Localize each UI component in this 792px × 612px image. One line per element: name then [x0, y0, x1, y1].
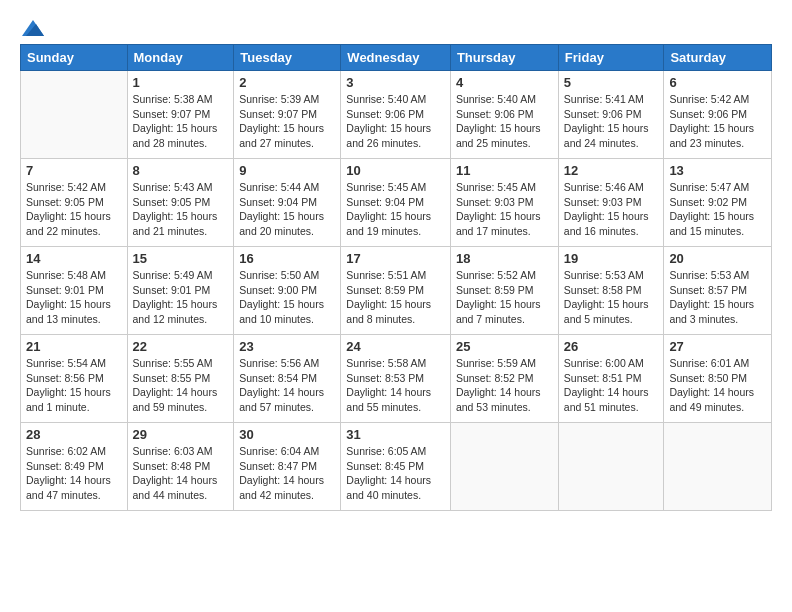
- day-info: Sunrise: 5:58 AMSunset: 8:53 PMDaylight:…: [346, 356, 445, 415]
- calendar-cell-2-6: 12Sunrise: 5:46 AMSunset: 9:03 PMDayligh…: [558, 159, 664, 247]
- calendar-cell-2-5: 11Sunrise: 5:45 AMSunset: 9:03 PMDayligh…: [450, 159, 558, 247]
- day-info: Sunrise: 5:59 AMSunset: 8:52 PMDaylight:…: [456, 356, 553, 415]
- calendar-cell-4-4: 24Sunrise: 5:58 AMSunset: 8:53 PMDayligh…: [341, 335, 451, 423]
- calendar-week-row-3: 14Sunrise: 5:48 AMSunset: 9:01 PMDayligh…: [21, 247, 772, 335]
- calendar-cell-1-6: 5Sunrise: 5:41 AMSunset: 9:06 PMDaylight…: [558, 71, 664, 159]
- calendar-cell-4-7: 27Sunrise: 6:01 AMSunset: 8:50 PMDayligh…: [664, 335, 772, 423]
- calendar-cell-3-3: 16Sunrise: 5:50 AMSunset: 9:00 PMDayligh…: [234, 247, 341, 335]
- calendar-cell-2-1: 7Sunrise: 5:42 AMSunset: 9:05 PMDaylight…: [21, 159, 128, 247]
- day-number: 6: [669, 75, 766, 90]
- calendar-table: SundayMondayTuesdayWednesdayThursdayFrid…: [20, 44, 772, 511]
- calendar-header-sunday: Sunday: [21, 45, 128, 71]
- calendar-cell-5-3: 30Sunrise: 6:04 AMSunset: 8:47 PMDayligh…: [234, 423, 341, 511]
- day-info: Sunrise: 5:42 AMSunset: 9:06 PMDaylight:…: [669, 92, 766, 151]
- day-number: 30: [239, 427, 335, 442]
- calendar-cell-2-2: 8Sunrise: 5:43 AMSunset: 9:05 PMDaylight…: [127, 159, 234, 247]
- day-number: 1: [133, 75, 229, 90]
- day-info: Sunrise: 5:55 AMSunset: 8:55 PMDaylight:…: [133, 356, 229, 415]
- day-number: 26: [564, 339, 659, 354]
- day-info: Sunrise: 5:46 AMSunset: 9:03 PMDaylight:…: [564, 180, 659, 239]
- day-info: Sunrise: 5:48 AMSunset: 9:01 PMDaylight:…: [26, 268, 122, 327]
- calendar-cell-5-6: [558, 423, 664, 511]
- day-number: 10: [346, 163, 445, 178]
- calendar-cell-3-6: 19Sunrise: 5:53 AMSunset: 8:58 PMDayligh…: [558, 247, 664, 335]
- calendar-header-wednesday: Wednesday: [341, 45, 451, 71]
- calendar-cell-1-1: [21, 71, 128, 159]
- calendar-week-row-1: 1Sunrise: 5:38 AMSunset: 9:07 PMDaylight…: [21, 71, 772, 159]
- logo-icon: [22, 20, 44, 36]
- calendar-header-friday: Friday: [558, 45, 664, 71]
- day-number: 4: [456, 75, 553, 90]
- day-number: 24: [346, 339, 445, 354]
- day-number: 3: [346, 75, 445, 90]
- calendar-cell-4-2: 22Sunrise: 5:55 AMSunset: 8:55 PMDayligh…: [127, 335, 234, 423]
- day-info: Sunrise: 5:52 AMSunset: 8:59 PMDaylight:…: [456, 268, 553, 327]
- day-number: 20: [669, 251, 766, 266]
- calendar-cell-2-3: 9Sunrise: 5:44 AMSunset: 9:04 PMDaylight…: [234, 159, 341, 247]
- day-info: Sunrise: 5:41 AMSunset: 9:06 PMDaylight:…: [564, 92, 659, 151]
- day-number: 25: [456, 339, 553, 354]
- calendar-week-row-4: 21Sunrise: 5:54 AMSunset: 8:56 PMDayligh…: [21, 335, 772, 423]
- day-number: 5: [564, 75, 659, 90]
- calendar-header-monday: Monday: [127, 45, 234, 71]
- calendar-cell-5-4: 31Sunrise: 6:05 AMSunset: 8:45 PMDayligh…: [341, 423, 451, 511]
- day-info: Sunrise: 6:00 AMSunset: 8:51 PMDaylight:…: [564, 356, 659, 415]
- calendar-cell-5-1: 28Sunrise: 6:02 AMSunset: 8:49 PMDayligh…: [21, 423, 128, 511]
- day-number: 11: [456, 163, 553, 178]
- day-number: 15: [133, 251, 229, 266]
- day-info: Sunrise: 5:38 AMSunset: 9:07 PMDaylight:…: [133, 92, 229, 151]
- day-number: 27: [669, 339, 766, 354]
- day-info: Sunrise: 5:43 AMSunset: 9:05 PMDaylight:…: [133, 180, 229, 239]
- day-number: 21: [26, 339, 122, 354]
- day-number: 29: [133, 427, 229, 442]
- calendar-week-row-5: 28Sunrise: 6:02 AMSunset: 8:49 PMDayligh…: [21, 423, 772, 511]
- day-info: Sunrise: 6:03 AMSunset: 8:48 PMDaylight:…: [133, 444, 229, 503]
- page: SundayMondayTuesdayWednesdayThursdayFrid…: [0, 0, 792, 527]
- day-number: 31: [346, 427, 445, 442]
- day-number: 16: [239, 251, 335, 266]
- day-number: 19: [564, 251, 659, 266]
- calendar-cell-4-1: 21Sunrise: 5:54 AMSunset: 8:56 PMDayligh…: [21, 335, 128, 423]
- logo: [20, 20, 44, 36]
- calendar-week-row-2: 7Sunrise: 5:42 AMSunset: 9:05 PMDaylight…: [21, 159, 772, 247]
- day-info: Sunrise: 5:56 AMSunset: 8:54 PMDaylight:…: [239, 356, 335, 415]
- day-info: Sunrise: 6:01 AMSunset: 8:50 PMDaylight:…: [669, 356, 766, 415]
- calendar-cell-3-5: 18Sunrise: 5:52 AMSunset: 8:59 PMDayligh…: [450, 247, 558, 335]
- day-info: Sunrise: 5:39 AMSunset: 9:07 PMDaylight:…: [239, 92, 335, 151]
- day-info: Sunrise: 5:53 AMSunset: 8:57 PMDaylight:…: [669, 268, 766, 327]
- day-info: Sunrise: 6:05 AMSunset: 8:45 PMDaylight:…: [346, 444, 445, 503]
- calendar-cell-4-5: 25Sunrise: 5:59 AMSunset: 8:52 PMDayligh…: [450, 335, 558, 423]
- calendar-cell-3-2: 15Sunrise: 5:49 AMSunset: 9:01 PMDayligh…: [127, 247, 234, 335]
- day-number: 14: [26, 251, 122, 266]
- calendar-cell-2-7: 13Sunrise: 5:47 AMSunset: 9:02 PMDayligh…: [664, 159, 772, 247]
- calendar-cell-3-4: 17Sunrise: 5:51 AMSunset: 8:59 PMDayligh…: [341, 247, 451, 335]
- day-number: 23: [239, 339, 335, 354]
- calendar-cell-1-2: 1Sunrise: 5:38 AMSunset: 9:07 PMDaylight…: [127, 71, 234, 159]
- calendar-header-thursday: Thursday: [450, 45, 558, 71]
- day-number: 9: [239, 163, 335, 178]
- calendar-cell-4-6: 26Sunrise: 6:00 AMSunset: 8:51 PMDayligh…: [558, 335, 664, 423]
- day-number: 8: [133, 163, 229, 178]
- day-number: 18: [456, 251, 553, 266]
- day-info: Sunrise: 5:40 AMSunset: 9:06 PMDaylight:…: [346, 92, 445, 151]
- calendar-cell-1-4: 3Sunrise: 5:40 AMSunset: 9:06 PMDaylight…: [341, 71, 451, 159]
- day-number: 22: [133, 339, 229, 354]
- calendar-cell-3-7: 20Sunrise: 5:53 AMSunset: 8:57 PMDayligh…: [664, 247, 772, 335]
- header: [20, 16, 772, 36]
- day-number: 7: [26, 163, 122, 178]
- day-info: Sunrise: 5:42 AMSunset: 9:05 PMDaylight:…: [26, 180, 122, 239]
- day-info: Sunrise: 5:50 AMSunset: 9:00 PMDaylight:…: [239, 268, 335, 327]
- calendar-cell-1-3: 2Sunrise: 5:39 AMSunset: 9:07 PMDaylight…: [234, 71, 341, 159]
- day-info: Sunrise: 5:45 AMSunset: 9:04 PMDaylight:…: [346, 180, 445, 239]
- calendar-cell-2-4: 10Sunrise: 5:45 AMSunset: 9:04 PMDayligh…: [341, 159, 451, 247]
- day-number: 2: [239, 75, 335, 90]
- day-info: Sunrise: 5:51 AMSunset: 8:59 PMDaylight:…: [346, 268, 445, 327]
- calendar-cell-4-3: 23Sunrise: 5:56 AMSunset: 8:54 PMDayligh…: [234, 335, 341, 423]
- day-info: Sunrise: 6:04 AMSunset: 8:47 PMDaylight:…: [239, 444, 335, 503]
- calendar-cell-5-7: [664, 423, 772, 511]
- calendar-cell-5-2: 29Sunrise: 6:03 AMSunset: 8:48 PMDayligh…: [127, 423, 234, 511]
- calendar-cell-5-5: [450, 423, 558, 511]
- day-info: Sunrise: 5:47 AMSunset: 9:02 PMDaylight:…: [669, 180, 766, 239]
- day-info: Sunrise: 5:45 AMSunset: 9:03 PMDaylight:…: [456, 180, 553, 239]
- day-info: Sunrise: 5:49 AMSunset: 9:01 PMDaylight:…: [133, 268, 229, 327]
